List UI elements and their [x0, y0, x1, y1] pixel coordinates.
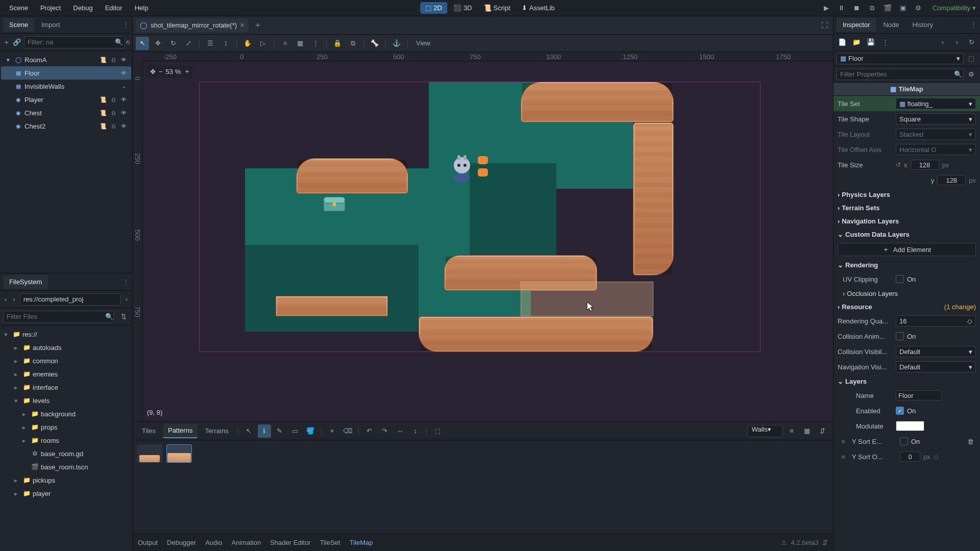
snap-menu-button[interactable]: ⋮ [309, 37, 322, 50]
list-tool-button[interactable]: ☰ [204, 37, 217, 50]
node-tab[interactable]: Node [877, 18, 905, 32]
sort-button[interactable]: ⇅ [118, 311, 129, 322]
collision-anim-checkbox[interactable] [896, 332, 904, 340]
section-layers[interactable]: ⌄Layers [834, 374, 980, 388]
remote-debug-button[interactable]: ⧉ [866, 2, 878, 14]
bottom-tab-animation[interactable]: Animation [231, 539, 261, 546]
scene-dock-tab[interactable]: Scene [3, 18, 34, 32]
fs-folder[interactable]: ▸📁props [1, 420, 131, 434]
script-icon[interactable]: 📜 [99, 55, 108, 64]
fs-folder[interactable]: ▸📁autoloads [1, 341, 131, 354]
rect-tool-button[interactable]: ▭ [288, 424, 302, 438]
scene-tab[interactable]: ◯ shot_tilemap_mirror_rotate(*) ✕ [136, 18, 249, 32]
ysort-origin-input[interactable] [900, 452, 920, 462]
view-menu-button[interactable]: View [412, 37, 434, 50]
bottom-tab-debugger[interactable]: Debugger [167, 539, 196, 546]
section-occlusion[interactable]: ›Occlusion Layers [834, 287, 980, 300]
pattern-item[interactable] [166, 444, 192, 463]
collision-vis-dropdown[interactable]: Default▾ [896, 346, 976, 357]
highlight-layer-button[interactable]: ≡ [785, 424, 798, 438]
bottom-tab-output[interactable]: Output [138, 539, 158, 546]
center-view-button[interactable]: ✥ [150, 68, 156, 76]
stop-button[interactable]: ⏹ [851, 2, 863, 14]
uv-clipping-checkbox[interactable] [896, 275, 904, 283]
instance-icon[interactable]: ⎙ [109, 108, 118, 117]
instance-icon[interactable]: ⎙ [109, 121, 118, 131]
lock-button[interactable]: 🔒 [331, 37, 344, 50]
fs-folder[interactable]: ▸📁rooms [1, 434, 131, 447]
filter-properties-input[interactable] [837, 69, 964, 80]
tileshape-dropdown[interactable]: Square▾ [896, 113, 976, 124]
zoom-in-button[interactable]: ＋ [184, 67, 190, 76]
unique-name-button[interactable]: ⬚ [966, 53, 977, 64]
link-node-button[interactable]: 🔗 [13, 37, 21, 48]
bottom-tab-shader[interactable]: Shader Editor [270, 539, 311, 546]
filter-menu-button[interactable]: ⚙ [966, 69, 977, 80]
drag-handle-icon[interactable]: ≡ [838, 436, 849, 447]
bucket-tool-button[interactable]: 🪣 [304, 424, 317, 438]
fs-folder[interactable]: ▸📁background [1, 407, 131, 420]
fs-file[interactable]: ⚙base_room.gd [1, 447, 131, 460]
script-icon[interactable]: 📜 [99, 108, 108, 117]
mode-3d-button[interactable]: ⬛ 3D [448, 2, 477, 14]
load-resource-button[interactable]: 📁 [851, 37, 862, 48]
bones-button[interactable]: 🦴 [368, 37, 381, 50]
fs-file[interactable]: 🎬base_room.tscn [1, 460, 131, 473]
eye-icon[interactable]: 👁 [119, 55, 128, 64]
history-back-button[interactable]: ‹ [937, 37, 948, 48]
pan-tool-button[interactable]: ✋ [241, 37, 254, 50]
tree-root[interactable]: ▾ ◯ RoomA 📜⎙👁 [1, 53, 131, 66]
modulate-color-button[interactable] [896, 421, 924, 431]
fs-folder[interactable]: ▸📁interface [1, 381, 131, 394]
eye-icon[interactable]: 👁 [119, 95, 128, 104]
patterns-tab[interactable]: Patterns [163, 423, 198, 438]
inspector-tab[interactable]: Inspector [837, 18, 876, 32]
rotate-left-button[interactable]: ↶ [363, 424, 376, 438]
layer-enabled-checkbox[interactable]: ✓ [896, 407, 904, 415]
navigation-vis-dropdown[interactable]: Default▾ [896, 361, 976, 372]
resource-menu-button[interactable]: ⋮ [879, 37, 891, 48]
close-tab-button[interactable]: ✕ [240, 22, 244, 29]
mode-assetlib-button[interactable]: ⬇ AssetLib [517, 2, 560, 14]
rotate-tool-button[interactable]: ↻ [166, 37, 180, 50]
instance-icon[interactable]: ⎙ [109, 95, 118, 104]
tree-item-chest2[interactable]: ◉ Chest2 📜⎙👁 [1, 119, 131, 133]
anchor-button[interactable]: ⚓ [390, 37, 403, 50]
chevron-down-icon[interactable]: ⌄ [119, 82, 128, 91]
scene-tool1-button[interactable]: ⎋ [126, 37, 130, 48]
play-custom-button[interactable]: ▣ [897, 2, 909, 14]
mode-2d-button[interactable]: ⬚ 2D [420, 2, 447, 14]
dock-menu-icon[interactable]: ⋮ [122, 278, 129, 286]
history-menu-button[interactable]: ↻ [966, 37, 977, 48]
new-resource-button[interactable]: 📄 [837, 37, 848, 48]
section-rendering[interactable]: ⌄Rendering [834, 258, 980, 271]
tilelayout-dropdown[interactable]: Stacked▾ [896, 129, 976, 140]
tilesize-x-input[interactable] [911, 160, 939, 170]
path-input[interactable] [20, 293, 121, 306]
add-node-button[interactable]: ＋ [3, 37, 10, 48]
move-tool-button[interactable]: ✥ [151, 37, 164, 50]
select-tool-button[interactable]: ↖ [136, 37, 149, 50]
section-terrain-sets[interactable]: ›Terrain Sets [834, 201, 980, 214]
play-scene-button[interactable]: 🎬 [881, 2, 894, 14]
filesystem-tab[interactable]: FileSystem [3, 275, 48, 289]
line-tool-button[interactable]: ✎ [273, 424, 286, 438]
eraser-tool-button[interactable]: ⌫ [341, 424, 354, 438]
expand-button[interactable]: ⛶ [819, 20, 830, 31]
ruler-tool-button[interactable]: ▷ [256, 37, 270, 50]
menu-scene[interactable]: Scene [4, 2, 33, 14]
history-tab[interactable]: History [906, 18, 939, 32]
layout-button[interactable]: ⇵ [822, 539, 828, 546]
class-header[interactable]: ▦TileMap [834, 83, 980, 96]
viewport-2d[interactable]: ✥ − 53 % ＋ (9, 8) [143, 61, 833, 421]
save-resource-button[interactable]: 💾 [865, 37, 876, 48]
menu-editor[interactable]: Editor [100, 2, 128, 14]
dock-menu-icon[interactable]: ⋮ [122, 21, 129, 29]
nav-fwd-button[interactable]: › [11, 294, 16, 305]
section-physics-layers[interactable]: ›Physics Layers [834, 188, 980, 201]
snap-button[interactable]: ⌗ [278, 37, 291, 50]
fs-folder[interactable]: ▸📁common [1, 354, 131, 367]
section-custom-data[interactable]: ⌄Custom Data Layers [834, 228, 980, 241]
bottom-tab-tilemap[interactable]: TileMap [350, 539, 373, 546]
fs-folder[interactable]: ▸📁enemies [1, 367, 131, 381]
